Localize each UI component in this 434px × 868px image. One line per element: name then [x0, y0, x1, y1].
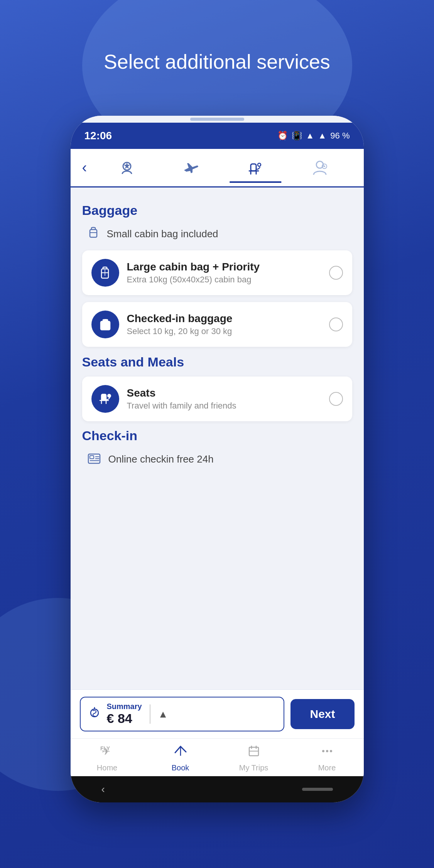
wifi-icon: ▲ [306, 131, 314, 141]
bottom-nav-book[interactable]: Book [157, 744, 204, 772]
vibrate-icon: 📳 [292, 131, 302, 141]
summary-price: € 84 [107, 711, 142, 726]
svg-rect-1 [251, 164, 256, 171]
svg-point-16 [108, 394, 111, 397]
content-area: Baggage Small cabin bag included [71, 187, 364, 689]
seats-meals-section: Seats and Meals Seats Travel with fami [82, 355, 352, 421]
small-bag-text: Small cabin bag included [107, 228, 218, 240]
phone-notch [71, 116, 364, 123]
large-cabin-text: Large cabin bag + Priority Extra 10kg (5… [127, 261, 321, 285]
checkin-included-item: Online checkin free 24h [82, 450, 352, 468]
summary-content: Summary € 84 [107, 702, 142, 726]
battery-indicator: 96 % [330, 131, 350, 141]
android-back-button[interactable]: ‹ [101, 783, 105, 795]
book-icon [174, 744, 187, 761]
seats-text: Seats Travel with family and friends [127, 387, 321, 411]
home-icon: ✈ FLY [100, 744, 114, 761]
checked-in-subtitle: Select 10 kg, 20 kg or 30 kg [127, 326, 321, 336]
status-time: 12:06 [84, 130, 112, 142]
tab-seat[interactable] [223, 154, 288, 182]
summary-price-box[interactable]: Summary € 84 ▲ [80, 697, 285, 731]
svg-text:FLY: FLY [100, 745, 110, 751]
phone-frame: 12:06 ⏰ 📳 ▲ ▲ 96 % ‹ [71, 116, 364, 802]
bottom-nav: ✈ FLY Home Book [71, 738, 364, 776]
currency-symbol: € [107, 711, 114, 726]
bottom-nav-more[interactable]: More [304, 744, 350, 772]
checked-in-option[interactable]: Checked-in baggage Select 10 kg, 20 kg o… [82, 302, 352, 347]
included-bag-item: Small cabin bag included [82, 225, 352, 243]
checkin-icon [86, 450, 102, 468]
seats-subtitle: Travel with family and friends [127, 401, 321, 411]
checkin-title: Check-in [82, 428, 352, 443]
tab-person[interactable] [288, 154, 352, 182]
small-bag-icon [86, 225, 101, 243]
svg-point-29 [322, 750, 324, 752]
android-nav-bar: ‹ [71, 776, 364, 802]
baggage-title: Baggage [82, 203, 352, 218]
large-cabin-subtitle: Extra 10kg (50x40x25) cabin bag [127, 275, 321, 285]
back-button[interactable]: ‹ [82, 159, 87, 176]
home-label: Home [97, 763, 117, 772]
nav-tabs: ‹ [71, 149, 364, 187]
price-value: 84 [118, 711, 132, 726]
large-cabin-option[interactable]: Large cabin bag + Priority Extra 10kg (5… [82, 250, 352, 295]
trips-label: My Trips [239, 763, 269, 772]
seats-title: Seats [127, 387, 321, 399]
chevron-up-icon[interactable]: ▲ [158, 708, 168, 720]
status-icons: ⏰ 📳 ▲ ▲ 96 % [277, 131, 350, 141]
large-cabin-radio[interactable] [329, 266, 343, 280]
checked-in-text: Checked-in baggage Select 10 kg, 20 kg o… [127, 312, 321, 336]
svg-rect-18 [90, 456, 94, 459]
checkin-section: Check-in Online checkin free 24h [82, 428, 352, 468]
svg-rect-7 [90, 230, 97, 237]
baggage-section: Baggage Small cabin bag included [82, 203, 352, 347]
seats-icon-circle [91, 385, 119, 413]
checked-in-title: Checked-in baggage [127, 312, 321, 325]
bottom-nav-trips[interactable]: My Trips [231, 744, 277, 772]
summary-label: Summary [107, 702, 142, 711]
summary-icon [88, 706, 101, 723]
more-icon [320, 744, 334, 761]
checked-in-radio[interactable] [329, 317, 343, 331]
svg-rect-15 [101, 394, 106, 400]
svg-point-31 [330, 750, 332, 752]
large-cabin-icon-circle [91, 259, 119, 287]
seats-meals-title: Seats and Meals [82, 355, 352, 370]
next-button[interactable]: Next [290, 699, 354, 729]
seats-radio[interactable] [329, 392, 343, 406]
notch-indicator [190, 118, 244, 121]
android-home-indicator[interactable] [302, 788, 333, 791]
svg-point-30 [326, 750, 328, 752]
page-title: Select additional services [104, 50, 330, 73]
summary-divider [150, 704, 150, 724]
alarm-icon: ⏰ [277, 131, 288, 141]
trips-icon [247, 744, 261, 761]
tab-flight[interactable] [159, 154, 223, 182]
large-cabin-title: Large cabin bag + Priority [127, 261, 321, 273]
more-label: More [318, 763, 336, 772]
signal-icon: ▲ [318, 131, 327, 141]
svg-point-2 [258, 163, 261, 166]
checked-in-icon-circle [91, 311, 119, 338]
seats-option[interactable]: Seats Travel with family and friends [82, 377, 352, 421]
book-label: Book [172, 763, 189, 772]
checkin-text: Online checkin free 24h [108, 453, 214, 465]
tab-rewards[interactable] [95, 154, 159, 182]
status-bar: 12:06 ⏰ 📳 ▲ ▲ 96 % [71, 123, 364, 149]
summary-bar: Summary € 84 ▲ Next [71, 689, 364, 738]
bottom-nav-home[interactable]: ✈ FLY Home [84, 744, 130, 772]
